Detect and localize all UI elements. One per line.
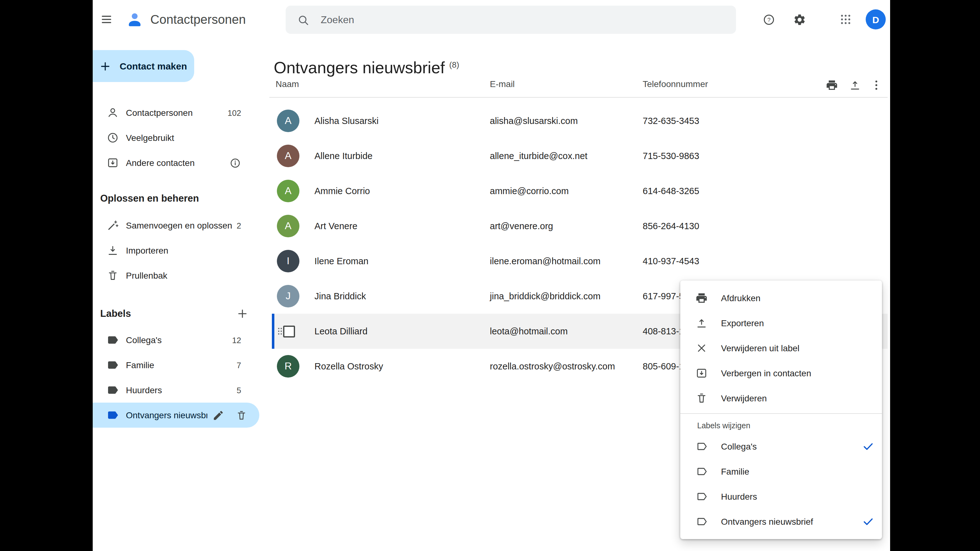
column-header-phone[interactable]: Telefoonnummer xyxy=(643,79,708,89)
menu-label-option-collegas[interactable]: Collega's xyxy=(680,434,882,459)
avatar-initial: J xyxy=(286,291,291,302)
column-header-email[interactable]: E-mail xyxy=(490,79,515,89)
label-tag-icon xyxy=(107,359,119,371)
label-tag-outline-icon xyxy=(695,490,708,503)
menu-item-delete[interactable]: Verwijderen xyxy=(680,386,882,411)
contact-phone: 617-997-5 xyxy=(643,291,684,301)
sidebar-item-label: Samenvoegen en oplossen xyxy=(126,221,232,230)
contact-phone: 805-609-1 xyxy=(643,361,684,371)
google-contacts-app: Contactpersonen ? D xyxy=(93,0,890,551)
svg-text:?: ? xyxy=(767,16,770,23)
sidebar-item-trash[interactable]: Prullenbak xyxy=(93,263,259,288)
table-row[interactable]: A Art Venere art@venere.org 856-264-4130 xyxy=(272,208,888,244)
sidebar-item-label: Familie xyxy=(126,360,154,370)
menu-item-label: Exporteren xyxy=(721,318,764,328)
avatar[interactable]: R xyxy=(277,355,299,378)
sidebar-item-frequent[interactable]: Veelgebruikt xyxy=(93,125,259,150)
top-bar: Contactpersonen ? D xyxy=(93,0,890,39)
section-heading-labels: Labels xyxy=(100,308,131,319)
section-heading-manage: Oplossen en beheren xyxy=(100,193,199,204)
sidebar-item-label: Ontvangers nieuwsbrief xyxy=(126,410,207,420)
export-icon xyxy=(695,317,708,329)
clock-icon xyxy=(107,132,119,144)
avatar[interactable]: A xyxy=(277,110,299,132)
nav-group-manage: Samenvoegen en oplossen 2 Importeren Pru… xyxy=(93,213,269,288)
menu-item-print[interactable]: Afdrukken xyxy=(680,286,882,311)
export-button[interactable] xyxy=(844,74,866,97)
menu-item-remove-from-label[interactable]: Verwijderen uit label xyxy=(680,336,882,360)
sidebar: Contact maken Contactpersonen 102 Veelge… xyxy=(93,39,269,551)
menu-label-option-huurders[interactable]: Huurders xyxy=(680,484,882,509)
table-row[interactable]: I Ilene Eroman ilene.eroman@hotmail.com … xyxy=(272,244,888,279)
contact-email: rozella.ostrosky@ostrosky.com xyxy=(490,361,615,371)
sidebar-item-other-contacts[interactable]: Andere contacten xyxy=(93,150,259,175)
sidebar-label-ontvangers-nieuwsbrief[interactable]: Ontvangers nieuwsbrief xyxy=(93,403,259,428)
edit-label-icon[interactable] xyxy=(212,409,224,421)
menu-label-option-familie[interactable]: Familie xyxy=(680,459,882,484)
import-icon xyxy=(107,244,119,257)
print-button[interactable] xyxy=(821,74,843,97)
sidebar-item-label: Importeren xyxy=(126,245,168,256)
table-row[interactable]: A Ammie Corrio ammie@corrio.com 614-648-… xyxy=(272,173,888,208)
menu-item-hide-in-contacts[interactable]: Verbergen in contacten xyxy=(680,360,882,386)
account-avatar[interactable]: D xyxy=(866,10,886,29)
avatar[interactable]: J xyxy=(277,285,299,307)
sidebar-item-label: Contactpersonen xyxy=(126,108,192,118)
contact-email: art@venere.org xyxy=(490,221,553,231)
main-menu-button[interactable] xyxy=(94,7,119,32)
contact-name: Leota Dilliard xyxy=(315,326,368,336)
settings-button[interactable] xyxy=(787,7,812,32)
table-row[interactable]: A Allene Iturbide allene_iturbide@cox.ne… xyxy=(272,138,888,173)
table-row[interactable]: A Alisha Slusarski alisha@slusarski.com … xyxy=(272,103,888,138)
avatar-initial: A xyxy=(285,115,291,127)
avatar[interactable]: I xyxy=(277,250,299,272)
contact-phone: 856-264-4130 xyxy=(643,221,699,231)
contact-phone: 614-648-3265 xyxy=(643,186,699,196)
app-brand[interactable]: Contactpersonen xyxy=(125,0,246,39)
sidebar-label-huurders[interactable]: Huurders 5 xyxy=(93,378,259,403)
trash-icon xyxy=(107,269,119,282)
create-contact-button[interactable]: Contact maken xyxy=(93,50,194,82)
sidebar-item-label: Collega's xyxy=(126,335,162,345)
create-contact-label: Contact maken xyxy=(119,61,187,71)
menu-label-option-ontvangers-nieuwsbrief[interactable]: Ontvangers nieuwsbrief xyxy=(680,509,882,534)
contact-phone: 408-813-1 xyxy=(643,326,684,336)
screen: Contactpersonen ? D xyxy=(0,0,980,551)
info-icon[interactable] xyxy=(229,157,241,169)
avatar[interactable]: A xyxy=(277,144,299,167)
person-icon xyxy=(107,106,119,119)
avatar[interactable]: A xyxy=(277,180,299,202)
item-count: 12 xyxy=(232,335,241,345)
sidebar-item-label: Veelgebruikt xyxy=(126,133,174,143)
delete-label-icon[interactable] xyxy=(235,409,247,421)
sidebar-item-contacts[interactable]: Contactpersonen 102 xyxy=(93,100,259,125)
sidebar-label-familie[interactable]: Familie 7 xyxy=(93,353,259,378)
row-checkbox[interactable] xyxy=(283,326,295,338)
contact-email: ammie@corrio.com xyxy=(490,186,569,196)
export-icon xyxy=(849,79,861,91)
item-count: 7 xyxy=(237,360,241,370)
label-tag-outline-icon xyxy=(695,440,708,453)
help-button[interactable]: ? xyxy=(756,7,781,32)
contact-name: Ammie Corrio xyxy=(315,186,370,196)
avatar[interactable]: A xyxy=(277,215,299,237)
contact-phone: 732-635-3453 xyxy=(643,116,699,126)
search-input[interactable] xyxy=(320,13,725,26)
column-header-name[interactable]: Naam xyxy=(275,79,299,89)
hide-contact-icon xyxy=(695,367,708,380)
add-label-button[interactable] xyxy=(231,302,254,325)
menu-item-export[interactable]: Exporteren xyxy=(680,311,882,336)
apps-grid-button[interactable] xyxy=(833,7,858,32)
sidebar-item-merge-fix[interactable]: Samenvoegen en oplossen 2 xyxy=(93,213,259,238)
check-icon xyxy=(862,440,875,453)
more-options-button[interactable] xyxy=(865,74,888,97)
sidebar-item-import[interactable]: Importeren xyxy=(93,238,259,263)
search-bar[interactable] xyxy=(286,6,736,34)
avatar-initial: R xyxy=(285,360,291,372)
contact-email: alisha@slusarski.com xyxy=(490,116,578,126)
contact-name: Art Venere xyxy=(315,221,357,231)
plus-icon xyxy=(236,307,249,320)
menu-item-label: Collega's xyxy=(721,441,757,451)
sidebar-label-collegas[interactable]: Collega's 12 xyxy=(93,327,259,353)
label-tag-icon xyxy=(107,409,119,421)
